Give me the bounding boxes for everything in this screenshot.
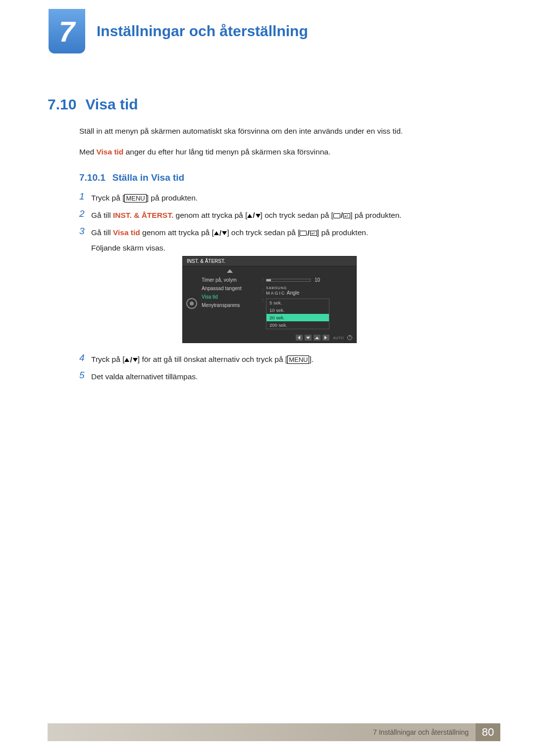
osd-item-transparency: Menytransparens bbox=[202, 301, 258, 309]
auto-label: AUTO bbox=[331, 336, 345, 340]
scroll-up-icon bbox=[227, 269, 233, 273]
step-1: 1 Tryck på [MENU] på produkten. bbox=[79, 191, 476, 204]
osd-menu-list: Timer på, volym Anpassad tangent Visa ti… bbox=[199, 269, 258, 330]
nav-left-icon bbox=[296, 335, 303, 341]
page-footer: 7 Inställningar och återställning 80 bbox=[48, 723, 500, 741]
step-4: 4 Tryck på [/] för att gå till önskat al… bbox=[79, 353, 476, 366]
menu-button-label: MENU bbox=[287, 355, 309, 364]
step-2-num: 2 bbox=[79, 208, 91, 219]
step-3-num: 3 bbox=[79, 226, 91, 237]
osd-custom-value: : SAMSUNG MAGIC Angle bbox=[262, 284, 354, 297]
nav-right-icon bbox=[322, 335, 329, 341]
p2-highlight: Visa tid bbox=[96, 148, 123, 156]
nav-down-icon bbox=[305, 335, 312, 341]
step-3-highlight: Visa tid bbox=[113, 228, 140, 237]
step-5: 5 Det valda alternativet tillämpas. bbox=[79, 370, 476, 383]
menu-button-label: MENU bbox=[124, 194, 146, 202]
paragraph-1: Ställ in att menyn på skärmen automatisk… bbox=[79, 125, 476, 137]
osd-option-5: 5 sek. bbox=[267, 299, 329, 306]
osd-dropdown: 5 sek. 10 sek. 20 sek. 200 sek. bbox=[266, 299, 329, 329]
step-3: 3 Gå till Visa tid genom att trycka på [… bbox=[79, 226, 476, 254]
step-5-text: Det valda alternativet tillämpas. bbox=[91, 370, 198, 383]
page-number: 80 bbox=[476, 723, 500, 741]
power-icon bbox=[347, 335, 352, 340]
source-enter-icon: / bbox=[300, 227, 317, 240]
step-1-text: Tryck på [MENU] på produkten. bbox=[91, 191, 198, 204]
source-enter-icon: / bbox=[333, 209, 350, 222]
osd-item-visa-tid: Visa tid bbox=[202, 293, 258, 301]
footer-gradient bbox=[48, 723, 366, 741]
paragraph-2: Med Visa tid anger du efter hur lång tid… bbox=[79, 146, 476, 157]
step-5-num: 5 bbox=[79, 370, 91, 381]
osd-footer-controls: AUTO bbox=[296, 335, 352, 341]
chapter-number-tab: 7 bbox=[49, 9, 85, 53]
up-down-arrows-icon: / bbox=[247, 209, 260, 222]
osd-header: INST. & ÅTERST. bbox=[183, 256, 356, 266]
subsection-title: Ställa in Visa tid bbox=[112, 172, 184, 183]
section-number: 7.10 bbox=[48, 96, 76, 112]
settings-icon bbox=[186, 298, 197, 309]
step-4-text: Tryck på [/] för att gå till önskat alte… bbox=[91, 353, 314, 366]
subsection-number: 7.10.1 bbox=[79, 172, 106, 183]
step-3-extra: Följande skärm visas. bbox=[91, 242, 368, 254]
step-2-highlight: INST. & ÅTERST. bbox=[113, 211, 173, 219]
section-title: Visa tid bbox=[85, 96, 138, 112]
step-2: 2 Gå till INST. & ÅTERST. genom att tryc… bbox=[79, 208, 476, 222]
osd-option-200: 200 sek. bbox=[267, 321, 329, 329]
p2-pre: Med bbox=[79, 148, 96, 156]
osd-left-icon-column bbox=[185, 269, 199, 330]
up-down-arrows-icon: / bbox=[124, 354, 137, 366]
chapter-title: Inställningar och återställning bbox=[97, 23, 308, 40]
osd-option-20: 20 sek. bbox=[267, 314, 329, 321]
step-list-bottom: 4 Tryck på [/] för att gå till önskat al… bbox=[79, 353, 476, 387]
section-heading: 7.10Visa tid bbox=[48, 96, 138, 113]
step-list-top: 1 Tryck på [MENU] på produkten. 2 Gå til… bbox=[79, 191, 476, 258]
osd-item-custom: Anpassad tangent bbox=[202, 284, 258, 293]
osd-option-10: 10 sek. bbox=[267, 306, 329, 314]
subsection-heading: 7.10.1Ställa in Visa tid bbox=[79, 172, 184, 183]
nav-up-icon bbox=[314, 335, 321, 341]
p2-post: anger du efter hur lång tid menyn på skä… bbox=[123, 148, 330, 156]
step-3-text: Gå till Visa tid genom att trycka på [/]… bbox=[91, 226, 368, 254]
osd-screenshot: INST. & ÅTERST. Timer på, volym Anpassad… bbox=[182, 256, 357, 343]
step-4-num: 4 bbox=[79, 353, 91, 363]
osd-timer-value: :10 bbox=[262, 276, 354, 284]
footer-chapter-label: 7 Inställningar och återställning bbox=[366, 723, 476, 741]
osd-visa-dropdown-row: : 5 sek. 10 sek. 20 sek. 200 sek. bbox=[262, 297, 354, 330]
osd-values-column: :10 : SAMSUNG MAGIC Angle : 5 sek. 10 se… bbox=[258, 269, 354, 330]
up-down-arrows-icon: / bbox=[214, 227, 227, 240]
step-2-text: Gå till INST. & ÅTERST. genom att trycka… bbox=[91, 208, 402, 222]
osd-item-timer: Timer på, volym bbox=[202, 276, 258, 284]
step-1-num: 1 bbox=[79, 191, 91, 202]
volume-bar bbox=[266, 279, 311, 282]
